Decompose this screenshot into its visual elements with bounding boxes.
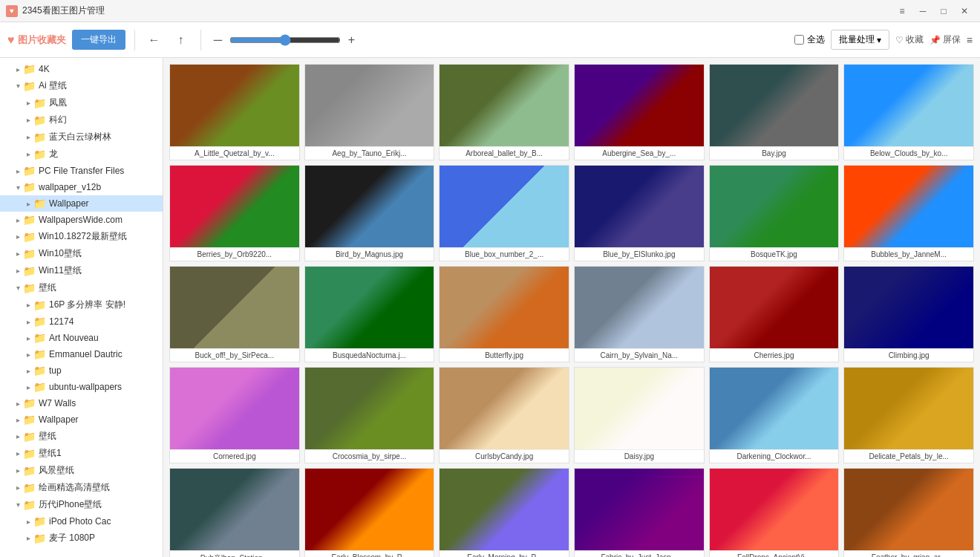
sidebar-item[interactable]: ▸ 📁 龙 xyxy=(0,146,163,163)
sidebar-item[interactable]: ▸ 📁 Wallpaper xyxy=(0,195,163,212)
close-button[interactable]: ✕ xyxy=(955,4,974,19)
sidebar-item[interactable]: ▸ 📁 iPod Photo Cac xyxy=(0,513,163,530)
image-card[interactable]: Bubbles_by_JanneM... xyxy=(843,165,974,261)
image-card[interactable]: BosqueTK.jpg xyxy=(709,165,840,261)
image-card[interactable]: Aubergine_Sea_by_... xyxy=(574,64,705,160)
tree-arrow: ▾ xyxy=(16,284,20,292)
tree-arrow: ▸ xyxy=(16,466,20,475)
sidebar-item[interactable]: ▸ 📁 绘画精选高清壁纸 xyxy=(0,479,163,496)
sidebar-item[interactable]: ▸ 📁 12174 xyxy=(0,313,163,330)
image-name: Butterfly.jpg xyxy=(440,348,569,362)
sidebar-item[interactable]: ▸ 📁 W7 Walls xyxy=(0,395,163,411)
sidebar-item-label: Win11壁纸 xyxy=(39,264,82,277)
zoom-container: ─ + xyxy=(210,32,360,48)
image-name: Bay.jpg xyxy=(710,146,839,160)
sidebar-item[interactable]: ▸ 📁 PC File Transfer Files xyxy=(0,163,163,179)
sidebar-item[interactable]: ▸ 📁 Win10壁纸 xyxy=(0,245,163,262)
folder-icon: 📁 xyxy=(33,515,46,527)
image-card[interactable]: Bird_by_Magnus.jpg xyxy=(304,165,435,261)
sidebar-item[interactable]: ▸ 📁 麦子 1080P xyxy=(0,530,163,547)
restore-button[interactable]: □ xyxy=(934,4,953,19)
fav-action-button[interactable]: ♡ 收藏 xyxy=(895,33,924,46)
sidebar-item[interactable]: ▸ 📁 Win11壁纸 xyxy=(0,262,163,279)
sidebar-item[interactable]: ▸ 📁 Art Nouveau xyxy=(0,330,163,346)
sidebar-item[interactable]: ▸ 📁 4K xyxy=(0,61,163,77)
image-card[interactable]: Climbing.jpg xyxy=(843,266,974,362)
image-card[interactable]: Cairn_by_Sylvain_Na... xyxy=(574,266,705,362)
image-name: Cornered.jpg xyxy=(170,449,299,463)
image-card[interactable]: Dub音lban_Station... xyxy=(169,468,300,557)
zoom-slider[interactable] xyxy=(229,34,341,46)
sidebar-item[interactable]: ▸ 📁 WallpapersWide.com xyxy=(0,212,163,228)
menu-button[interactable]: ≡ xyxy=(892,4,912,19)
image-card[interactable]: Blue_by_ElSlunko.jpg xyxy=(574,165,705,261)
image-card[interactable]: Cornered.jpg xyxy=(169,367,300,463)
image-card[interactable]: Darkening_Clockwor... xyxy=(709,367,840,463)
zoom-decrease-button[interactable]: ─ xyxy=(210,32,226,48)
image-card[interactable]: Cherries.jpg xyxy=(709,266,840,362)
folder-icon: 📁 xyxy=(23,431,36,443)
sidebar-item[interactable]: ▸ 📁 蓝天白云绿树林 xyxy=(0,128,163,146)
tree-arrow: ▸ xyxy=(27,200,30,208)
nav-up-button[interactable]: ↑ xyxy=(171,30,192,51)
image-card[interactable]: FellDrops_AncientVi... xyxy=(709,468,840,557)
image-card[interactable]: Fabric_by_Just_Jasn... xyxy=(574,468,705,557)
pin-label: 屏保 xyxy=(943,33,961,46)
sidebar-item[interactable]: ▾ 📁 Ai 壁纸 xyxy=(0,77,163,94)
image-card[interactable]: Crocosmia_by_sirpe... xyxy=(304,367,435,463)
sidebar-item[interactable]: ▸ 📁 Wallpaper xyxy=(0,411,163,428)
image-name: Arboreal_ballet_by_B... xyxy=(440,146,569,160)
select-all-checkbox[interactable] xyxy=(794,35,804,45)
folder-icon: 📁 xyxy=(33,332,46,344)
sidebar-item[interactable]: ▸ 📁 tup xyxy=(0,362,163,379)
image-card[interactable]: Butterfly.jpg xyxy=(439,266,569,362)
image-card[interactable]: Daisy.jpg xyxy=(574,367,705,463)
image-name: Aeg_by_Tauno_Erikj... xyxy=(305,146,434,160)
sidebar-item[interactable]: ▸ 📁 壁纸1 xyxy=(0,445,163,462)
minimize-button[interactable]: ─ xyxy=(913,4,932,19)
sidebar-item[interactable]: ▸ 📁 ubuntu-wallpapers xyxy=(0,379,163,395)
image-card[interactable]: Early_Blossom_by_P... xyxy=(304,468,435,557)
batch-button[interactable]: 批量处理 ▾ xyxy=(831,30,889,50)
sidebar-item[interactable]: ▸ 📁 壁纸 xyxy=(0,428,163,445)
fav-button[interactable]: ♥ 图片收藏夹 xyxy=(7,33,66,47)
folder-icon: 📁 xyxy=(33,97,46,109)
tree-arrow: ▸ xyxy=(27,518,30,526)
image-card[interactable]: Bay.jpg xyxy=(709,64,840,160)
sidebar-item[interactable]: ▸ 📁 16P 多分辨率 安静! xyxy=(0,296,163,313)
sidebar-item[interactable]: ▾ 📁 壁纸 xyxy=(0,279,163,296)
folder-icon: 📁 xyxy=(33,149,46,160)
image-card[interactable]: Buck_off!_by_SirPeca... xyxy=(169,266,300,362)
image-card[interactable]: Below_Clouds_by_ko... xyxy=(843,64,974,160)
export-button[interactable]: 一键导出 xyxy=(72,30,125,50)
sidebar-item[interactable]: ▸ 📁 Win10.18272最新壁纸 xyxy=(0,228,163,245)
image-card[interactable]: CurlsbyCandy.jpg xyxy=(439,367,569,463)
pin-button[interactable]: 📌 屏保 xyxy=(930,33,961,46)
tree-arrow: ▸ xyxy=(27,116,30,124)
image-card[interactable]: Feather_by_grian_ar... xyxy=(843,468,974,557)
image-name: Bubbles_by_JanneM... xyxy=(844,247,973,261)
sidebar-item[interactable]: ▾ 📁 历代iPhone壁纸 xyxy=(0,496,163,513)
select-all-label[interactable]: 全选 xyxy=(794,33,825,46)
image-card[interactable]: Blue_box_number_2_... xyxy=(439,165,569,261)
sidebar-item[interactable]: ▸ 📁 Emmanuel Dautric xyxy=(0,346,163,362)
sidebar-item[interactable]: ▸ 📁 凤凰 xyxy=(0,94,163,111)
zoom-plus-icon: + xyxy=(348,33,355,47)
sidebar-item-label: Emmanuel Dautric xyxy=(49,349,122,359)
sidebar-item[interactable]: ▾ 📁 wallpaper_v12b xyxy=(0,179,163,195)
sidebar-item[interactable]: ▸ 📁 科幻 xyxy=(0,111,163,128)
image-card[interactable]: Berries_by_Orb9220... xyxy=(169,165,300,261)
image-card[interactable]: Aeg_by_Tauno_Erikj... xyxy=(304,64,435,160)
image-card[interactable]: Early_Morning_by_P... xyxy=(439,468,569,557)
tree-arrow: ▸ xyxy=(16,432,20,440)
sidebar-item[interactable]: ▸ 📁 风景壁纸 xyxy=(0,462,163,479)
image-card[interactable]: BusquedaNocturna.j... xyxy=(304,266,435,362)
more-menu-button[interactable]: ≡ xyxy=(967,34,973,46)
image-card[interactable]: Arboreal_ballet_by_B... xyxy=(439,64,569,160)
image-card[interactable]: A_Little_Quetzal_by_v... xyxy=(169,64,300,160)
image-card[interactable]: Delicate_Petals_by_le... xyxy=(843,367,974,463)
tree-arrow: ▸ xyxy=(16,65,20,74)
zoom-increase-button[interactable]: + xyxy=(344,32,360,48)
nav-back-button[interactable]: ← xyxy=(144,30,165,51)
image-name: Climbing.jpg xyxy=(844,348,973,362)
